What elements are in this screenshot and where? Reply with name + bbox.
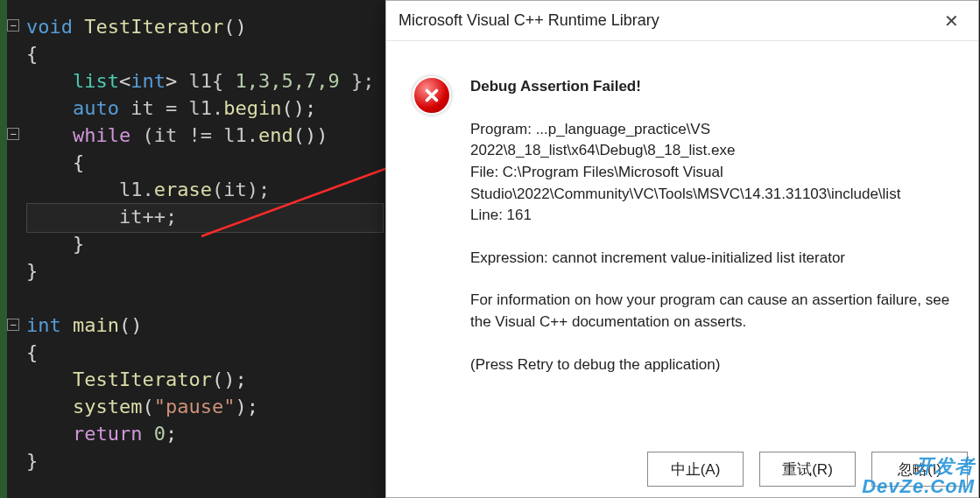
var: l1. — [119, 179, 154, 200]
text: ); — [235, 396, 258, 417]
parens: () — [223, 16, 247, 38]
change-gutter — [0, 0, 7, 498]
function-call: TestIterator — [73, 368, 212, 390]
keyword: return — [73, 423, 142, 445]
error-line: Line: 161 — [470, 207, 532, 223]
string: "pause" — [154, 396, 236, 417]
method: begin — [223, 97, 281, 119]
keyword: void — [26, 16, 73, 38]
watermark-line2: DevZe.CoM — [862, 476, 975, 496]
error-file: File: C:\Program Files\Microsoft Visual … — [470, 164, 900, 202]
dialog-titlebar[interactable]: Microsoft Visual C++ Runtime Library ✕ — [386, 1, 978, 41]
function-call: system — [73, 396, 142, 417]
error-dialog: Microsoft Visual C++ Runtime Library ✕ D… — [385, 0, 979, 498]
method: end — [258, 124, 293, 146]
code-content[interactable]: void TestIterator() { list<int> l1{ 1,3,… — [26, 13, 374, 474]
var: it = l1. — [119, 97, 223, 119]
function-name: main — [73, 314, 119, 336]
text: }; — [340, 70, 375, 92]
angle: < — [119, 70, 130, 92]
brace: { — [26, 40, 374, 67]
paren: ( — [142, 396, 153, 417]
watermark: 开发者 DevZe.CoM — [862, 456, 975, 496]
type: int — [130, 70, 166, 92]
keyword: auto — [73, 97, 119, 119]
fold-icon[interactable]: − — [7, 128, 19, 140]
dialog-title: Microsoft Visual C++ Runtime Library — [398, 11, 937, 30]
fold-icon[interactable]: − — [7, 319, 19, 331]
retry-button[interactable]: 重试(R) — [759, 452, 856, 487]
type: int — [26, 314, 61, 336]
brace: { — [26, 339, 374, 366]
angle: > — [166, 70, 177, 92]
watermark-line1: 开发者 — [862, 456, 975, 476]
statement: it++; — [119, 206, 177, 228]
error-expression: Expression: cannot increment value-initi… — [470, 248, 957, 270]
function-name: TestIterator — [84, 16, 223, 38]
type: list — [73, 70, 119, 92]
text: (); — [281, 97, 316, 119]
text: (it != l1. — [130, 124, 258, 146]
fold-gutter: − − − — [7, 0, 26, 498]
keyword: while — [73, 124, 130, 146]
fold-icon[interactable]: − — [7, 19, 19, 32]
error-info: For information on how your program can … — [470, 290, 957, 333]
semi: ; — [166, 423, 177, 445]
text: ()) — [293, 124, 328, 146]
method: erase — [154, 179, 212, 200]
var: l1{ — [177, 70, 235, 92]
error-heading: Debug Assertion Failed! — [470, 76, 957, 98]
error-program: Program: ...p_language_practice\VS 2022\… — [470, 121, 735, 159]
parens: () — [119, 314, 143, 336]
numbers: 1,3,5,7,9 — [235, 70, 339, 92]
brace: { — [73, 151, 84, 173]
close-icon[interactable]: ✕ — [937, 7, 966, 35]
abort-button[interactable]: 中止(A) — [647, 452, 744, 487]
text: (); — [212, 368, 247, 390]
brace: } — [73, 233, 84, 255]
brace: } — [26, 447, 374, 474]
text: (it); — [212, 179, 270, 200]
number: 0 — [142, 423, 166, 445]
brace: } — [26, 257, 374, 284]
error-icon — [412, 76, 451, 115]
dialog-message: Debug Assertion Failed! Program: ...p_la… — [470, 76, 957, 396]
retry-hint: (Press Retry to debug the application) — [470, 354, 957, 376]
